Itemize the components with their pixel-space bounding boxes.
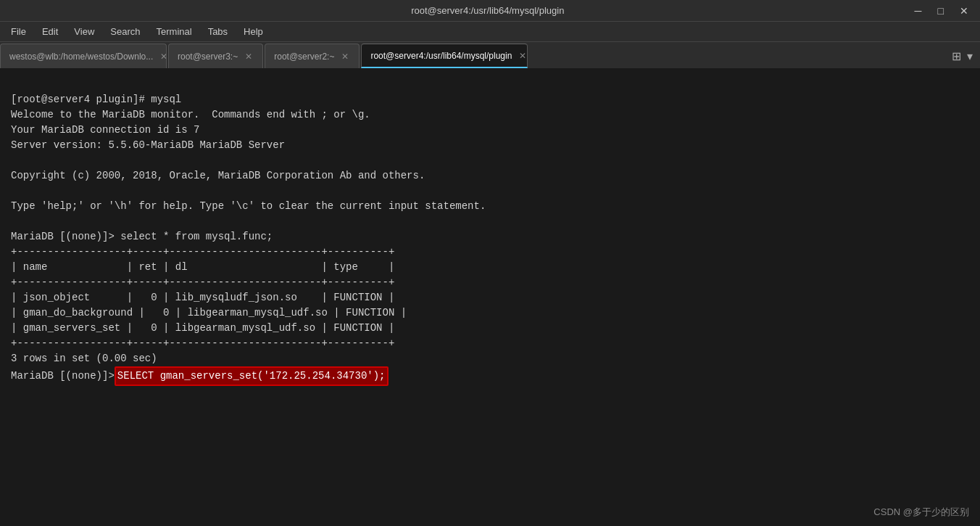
new-tab-button[interactable]: ⊞ [952,49,961,63]
menu-bar: File Edit View Search Terminal Tabs Help [0,22,980,42]
menu-help[interactable]: Help [236,24,270,39]
prompt-text: MariaDB [(none)]> [11,369,115,384]
current-prompt-line: MariaDB [(none)]> SELECT gman_servers_se… [11,366,969,386]
window-controls: ─ □ ✕ [910,4,973,18]
menu-edit[interactable]: Edit [35,24,65,39]
tabs-end: ⊞ ▾ [944,44,980,68]
tab-westos-label: westos@wlb:/home/westos/Downlo... [9,52,153,62]
tab-server3[interactable]: root@server3:~ ✕ [168,44,263,68]
menu-terminal[interactable]: Terminal [149,24,199,39]
maximize-button[interactable]: □ [934,4,948,18]
tab-server3-label: root@server3:~ [178,52,238,62]
menu-view[interactable]: View [67,24,101,39]
tab-server4-close[interactable]: ✕ [518,51,528,61]
tab-server2-close[interactable]: ✕ [340,52,350,62]
menu-tabs[interactable]: Tabs [201,24,235,39]
tab-westos[interactable]: westos@wlb:/home/westos/Downlo... ✕ [0,44,167,68]
terminal-area[interactable]: [root@server4 plugin]# mysql Welcome to … [0,70,980,526]
tab-westos-close[interactable]: ✕ [159,52,167,62]
tabs-dropdown-button[interactable]: ▾ [967,49,973,63]
terminal-output: [root@server4 plugin]# mysql Welcome to … [11,77,969,366]
tab-server2[interactable]: root@server2:~ ✕ [265,44,360,68]
close-button[interactable]: ✕ [955,4,973,18]
watermark: CSDN @多于少的区别 [873,506,969,519]
minimize-button[interactable]: ─ [910,4,926,18]
tab-server4-label: root@server4:/usr/lib64/mysql/plugin [370,51,512,61]
menu-file[interactable]: File [4,24,33,39]
tabs-bar: westos@wlb:/home/westos/Downlo... ✕ root… [0,42,980,70]
tab-server2-label: root@server2:~ [274,52,334,62]
menu-search[interactable]: Search [103,24,147,39]
tab-server3-close[interactable]: ✕ [244,52,254,62]
tab-server4[interactable]: root@server4:/usr/lib64/mysql/plugin ✕ [361,44,528,68]
current-command: SELECT gman_servers_set('172.25.254.3473… [115,366,389,386]
window-title: root@server4:/usr/lib64/mysql/plugin [65,5,910,16]
title-bar: root@server4:/usr/lib64/mysql/plugin ─ □… [0,0,980,22]
